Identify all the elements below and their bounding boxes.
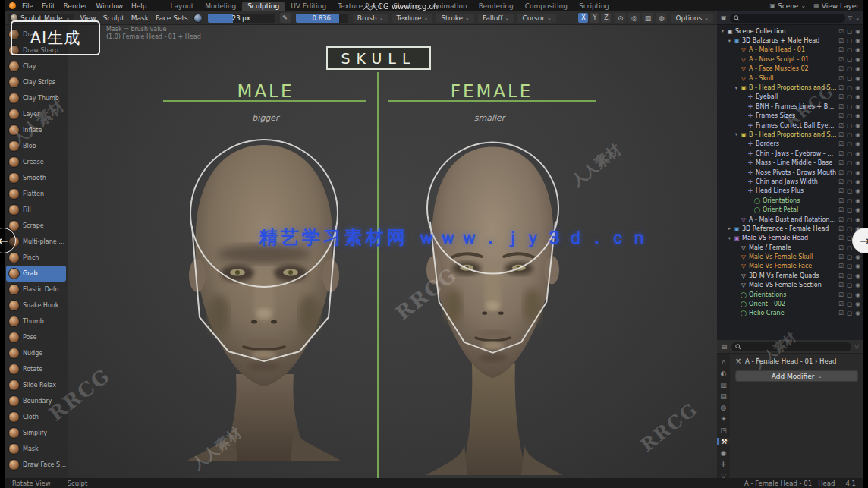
checkbox-toggle-icon[interactable]: ☑: [837, 178, 845, 185]
camera-toggle-icon[interactable]: ◉: [854, 206, 862, 213]
checkbox-toggle-icon[interactable]: ☑: [837, 206, 845, 213]
outliner-row[interactable]: ✛Head Lines Plus☑▢◉: [717, 187, 863, 196]
outliner-row[interactable]: ✛Eyeball☑▢◉: [717, 93, 863, 102]
filter-funnel-icon[interactable]: ▽: [848, 15, 852, 21]
chevron-down-icon[interactable]: ⌄: [855, 15, 860, 21]
brush-nudge[interactable]: Nudge: [6, 345, 66, 361]
checkbox-toggle-icon[interactable]: ☑: [837, 131, 845, 138]
outliner-row[interactable]: ✛Borders☑▢◉: [717, 140, 863, 149]
outliner-row[interactable]: ▽A - Face Muscles 02☑▢◉: [717, 65, 863, 74]
outliner-row[interactable]: ▽Male VS Female Section☑▢◉: [717, 281, 863, 290]
screen-toggle-icon[interactable]: ▢: [845, 159, 854, 166]
brush-smooth[interactable]: Smooth: [6, 170, 66, 186]
screen-toggle-icon[interactable]: ▢: [845, 291, 854, 298]
dropdown-cursor[interactable]: Cursor⌄: [517, 14, 555, 23]
screen-toggle-icon[interactable]: ▢: [845, 65, 854, 72]
screen-toggle-icon[interactable]: ▢: [845, 206, 854, 213]
camera-toggle-icon[interactable]: ◉: [854, 291, 862, 298]
checkbox-toggle-icon[interactable]: ☑: [837, 272, 845, 279]
dropdown-texture[interactable]: Texture⌄: [392, 14, 433, 23]
camera-toggle-icon[interactable]: ◉: [854, 282, 862, 288]
scene-selector[interactable]: ▣ Scene ⌄: [769, 2, 806, 10]
outliner-row[interactable]: ✛Chin - Jaws - Eyebrow - Head☑▢◉: [717, 149, 863, 158]
outliner-row[interactable]: ▾▣Male VS Female Head☑▢◉: [717, 234, 863, 243]
properties-tab-physics[interactable]: ◉: [721, 449, 727, 457]
checkbox-toggle-icon[interactable]: ☑: [837, 197, 845, 204]
camera-toggle-icon[interactable]: ◉: [854, 46, 862, 53]
camera-toggle-icon[interactable]: ◉: [854, 301, 862, 307]
checkbox-toggle-icon[interactable]: ☑: [837, 263, 845, 269]
checkbox-toggle-icon[interactable]: ☑: [837, 310, 845, 316]
checkbox-toggle-icon[interactable]: ☑: [837, 169, 845, 176]
brush-layer[interactable]: Layer: [6, 106, 66, 122]
brush-slide-relax[interactable]: Slide Relax: [6, 377, 66, 393]
brush-simplify[interactable]: Simplify: [6, 425, 66, 441]
brush-clay-thumb[interactable]: Clay Thumb: [6, 90, 66, 106]
checkbox-toggle-icon[interactable]: ☑: [837, 282, 845, 288]
blender-logo-icon[interactable]: [9, 2, 16, 9]
outliner-row[interactable]: ▾▣3D Balzarus + Male Head☑▢◉: [717, 36, 863, 45]
outliner-row[interactable]: ▽Male / Female☑▢◉: [717, 243, 863, 252]
screen-toggle-icon[interactable]: ▢: [845, 310, 854, 316]
expand-caret-icon[interactable]: ▾: [726, 235, 733, 241]
screen-toggle-icon[interactable]: ▢: [845, 103, 854, 110]
outliner-row[interactable]: ▽Male Vs Female Skull☑▢◉: [717, 252, 863, 261]
options-dropdown[interactable]: Options ⌄: [671, 14, 713, 23]
properties-tab-render[interactable]: ◐: [721, 370, 727, 377]
camera-toggle-icon[interactable]: ◉: [854, 56, 862, 63]
outliner-row[interactable]: ◯Orientations☑▢◉: [717, 290, 863, 299]
symmetry-z-toggle[interactable]: Z: [601, 13, 611, 23]
outliner-row[interactable]: ◯Orient Petal☑▢◉: [717, 205, 863, 214]
screen-toggle-icon[interactable]: ▢: [845, 140, 854, 147]
menu-window[interactable]: Window: [96, 2, 124, 10]
checkbox-toggle-icon[interactable]: ☑: [837, 75, 845, 82]
tool-menu-face-sets[interactable]: Face Sets: [156, 14, 188, 22]
checkbox-toggle-icon[interactable]: ☑: [837, 103, 845, 110]
outliner-row[interactable]: ▽3D M Vs Female Quads☑▢◉: [717, 271, 863, 280]
brush-scrape[interactable]: Scrape: [6, 218, 66, 234]
screen-toggle-icon[interactable]: ▢: [845, 169, 854, 176]
menu-edit[interactable]: Edit: [42, 2, 55, 10]
brush-fill[interactable]: Fill: [6, 202, 66, 218]
outliner-row[interactable]: ▾▣B - Head Proportions and Size☑▢◉: [717, 83, 863, 92]
screen-toggle-icon[interactable]: ▢: [845, 225, 854, 232]
expand-caret-icon[interactable]: ▾: [733, 85, 740, 91]
tab-sculpting[interactable]: Sculpting: [242, 2, 285, 11]
filter-funnel-icon[interactable]: ▽: [855, 344, 859, 350]
symmetry-y-toggle[interactable]: Y: [590, 13, 599, 23]
screen-toggle-icon[interactable]: ▢: [845, 282, 854, 288]
screen-toggle-icon[interactable]: ▢: [845, 216, 854, 223]
camera-toggle-icon[interactable]: ◉: [854, 187, 862, 194]
tool-menu-mask[interactable]: Mask: [131, 14, 149, 22]
checkbox-toggle-icon[interactable]: ☑: [837, 150, 845, 157]
screen-toggle-icon[interactable]: ▢: [845, 122, 854, 129]
strength-slider[interactable]: 0.836: [296, 14, 348, 23]
menu-render[interactable]: Render: [64, 2, 88, 10]
outliner-row[interactable]: ▽Male Vs Female Face☑▢◉: [717, 262, 863, 271]
checkbox-toggle-icon[interactable]: ☑: [837, 253, 845, 260]
outliner-row[interactable]: ✛BNH - Frames Lines + Back☑▢◉: [717, 102, 863, 111]
menu-file[interactable]: File: [22, 2, 33, 10]
brush-clay-strips[interactable]: Clay Strips: [6, 74, 66, 90]
screen-toggle-icon[interactable]: ▢: [845, 253, 854, 260]
screen-toggle-icon[interactable]: ▢: [845, 84, 854, 91]
expand-caret-icon[interactable]: ▸: [726, 225, 733, 231]
outliner-row[interactable]: ◯Orientations☑▢◉: [717, 196, 863, 205]
brush-elastic-defo[interactable]: Elastic Defo…: [6, 282, 66, 298]
properties-tab-object[interactable]: ◳: [720, 427, 727, 434]
screen-toggle-icon[interactable]: ▢: [845, 46, 854, 53]
properties-search-input[interactable]: [731, 342, 851, 351]
viewport-3d[interactable]: SKULL MALE FEMALE bigger smaller: [68, 25, 717, 478]
camera-toggle-icon[interactable]: ◉: [854, 93, 862, 100]
screen-toggle-icon[interactable]: ▢: [845, 28, 854, 35]
screen-toggle-icon[interactable]: ▢: [845, 263, 854, 269]
checkbox-toggle-icon[interactable]: ☑: [837, 93, 845, 100]
tab-uv-editing[interactable]: UV Editing: [285, 2, 332, 11]
outliner-row[interactable]: ✛Frames Correct Ball Eyeball☑▢◉: [717, 121, 863, 130]
properties-tab-modifier[interactable]: ⚒: [717, 438, 730, 445]
camera-toggle-icon[interactable]: ◉: [854, 178, 862, 185]
brush-mask[interactable]: Mask: [6, 441, 66, 457]
checkbox-toggle-icon[interactable]: ☑: [837, 56, 845, 63]
symmetry-x-toggle[interactable]: X: [578, 13, 588, 23]
outliner-row[interactable]: ✛Frames Sizes☑▢◉: [717, 112, 863, 121]
